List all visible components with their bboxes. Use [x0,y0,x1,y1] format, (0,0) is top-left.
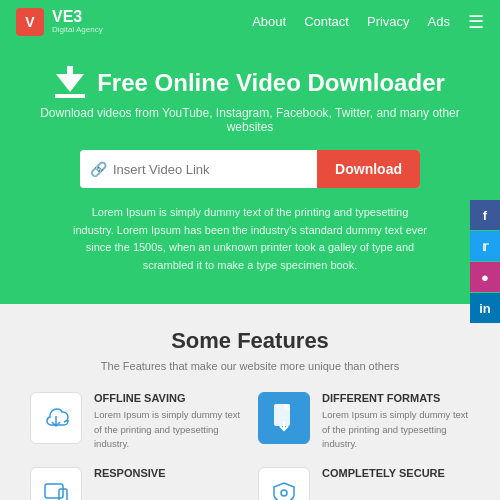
brand-name: VE3 [52,9,103,25]
hamburger-icon[interactable]: ☰ [468,11,484,33]
download-icon [55,67,85,98]
brand-sub: Digital Agency [52,25,103,34]
features-subtitle: The Features that make our website more … [30,360,470,372]
facebook-button[interactable]: f [470,200,500,230]
responsive-icon [42,479,70,500]
formats-icon [270,402,298,434]
responsive-content: RESPONSIVE [94,467,166,483]
formats-content: DIFFERENT FORMATS Lorem Ipsum is simply … [322,392,470,451]
feature-formats: DIFFERENT FORMATS Lorem Ipsum is simply … [258,392,470,451]
nav-links: About Contact Privacy Ads ☰ [252,11,484,33]
search-input[interactable] [113,162,307,177]
offline-desc: Lorem Ipsum is simply dummy text of the … [94,408,242,451]
formats-icon-box [258,392,310,444]
nav-ads[interactable]: Ads [428,14,450,29]
svg-point-6 [281,490,287,496]
navbar: V VE3 Digital Agency About Contact Priva… [0,0,500,43]
link-icon: 🔗 [90,161,107,177]
social-sidebar: f 𝕣 ● in [470,200,500,323]
svg-rect-2 [284,404,290,410]
nav-privacy[interactable]: Privacy [367,14,410,29]
download-button[interactable]: Download [317,150,420,188]
instagram-button[interactable]: ● [470,262,500,292]
brand-text: VE3 Digital Agency [52,9,103,34]
nav-about[interactable]: About [252,14,286,29]
brand-logo: V [16,8,44,36]
hero-title-row: Free Online Video Downloader [40,67,460,98]
features-section: Some Features The Features that make our… [0,304,500,500]
feature-responsive: RESPONSIVE [30,467,242,500]
linkedin-button[interactable]: in [470,293,500,323]
offline-name: OFFLINE SAVING [94,392,242,404]
secure-icon-box [258,467,310,500]
offline-icon-box [30,392,82,444]
responsive-name: RESPONSIVE [94,467,166,479]
secure-icon [270,479,298,500]
feature-offline: OFFLINE SAVING Lorem Ipsum is simply dum… [30,392,242,451]
cloud-download-icon [42,404,70,432]
feature-secure: COMPLETELY SECURE [258,467,470,500]
features-title: Some Features [30,328,470,354]
features-grid-bottom: RESPONSIVE COMPLETELY SECURE [30,467,470,500]
search-input-wrapper: 🔗 [80,150,317,188]
twitter-button[interactable]: 𝕣 [470,231,500,261]
hero-section: Free Online Video Downloader Download vi… [0,43,500,304]
offline-content: OFFLINE SAVING Lorem Ipsum is simply dum… [94,392,242,451]
formats-name: DIFFERENT FORMATS [322,392,470,404]
responsive-icon-box [30,467,82,500]
secure-name: COMPLETELY SECURE [322,467,445,479]
features-grid: OFFLINE SAVING Lorem Ipsum is simply dum… [30,392,470,451]
hero-subtitle: Download videos from YouTube, Instagram,… [40,106,460,134]
nav-contact[interactable]: Contact [304,14,349,29]
brand: V VE3 Digital Agency [16,8,103,36]
secure-content: COMPLETELY SECURE [322,467,445,483]
hero-lorem: Lorem Ipsum is simply dummy text of the … [70,204,430,274]
svg-rect-4 [45,484,63,498]
search-bar: 🔗 Download [80,150,420,188]
hero-title: Free Online Video Downloader [97,69,445,97]
formats-desc: Lorem Ipsum is simply dummy text of the … [322,408,470,451]
